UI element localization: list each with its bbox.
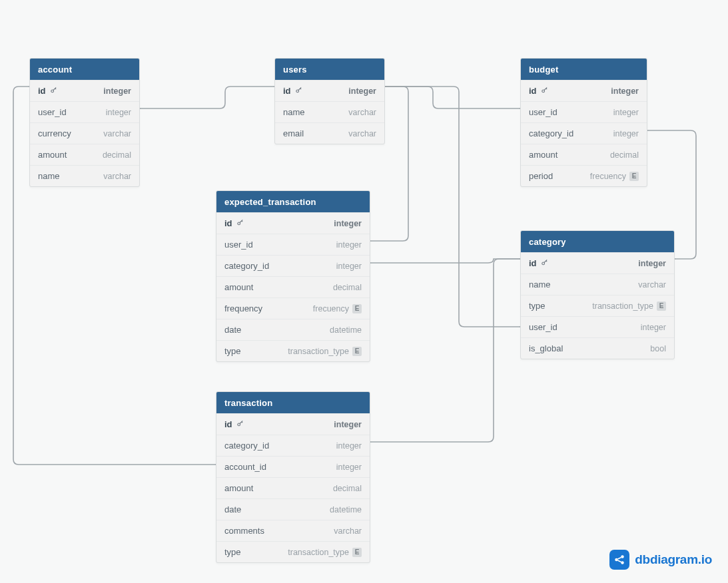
column-row[interactable]: account_idinteger [216,456,370,477]
logo: dbdiagram.io [609,550,712,570]
table-category[interactable]: categoryidintegernamevarchartypetransact… [520,230,675,359]
table-users[interactable]: usersidintegernamevarcharemailvarchar [274,58,385,144]
enum-badge: E [352,304,362,313]
column-row[interactable]: category_idinteger [521,122,647,144]
column-name: category_id [224,441,269,451]
column-type: varchar [103,172,131,181]
column-name: amount [38,150,67,160]
column-type: transaction_typeE [288,347,362,356]
table-transaction[interactable]: transactionidintegercategory_idintegerac… [216,391,370,563]
column-row[interactable]: namevarchar [30,165,139,186]
enum-badge: E [657,301,666,311]
column-row[interactable]: typetransaction_typeE [216,541,370,562]
column-row[interactable]: category_idinteger [216,435,370,456]
column-type: varchar [638,280,666,290]
column-row[interactable]: currencyvarchar [30,122,139,144]
table-header[interactable]: users [275,59,384,80]
table-header[interactable]: account [30,59,139,80]
column-type: integer [334,420,362,429]
column-name: type [529,301,546,311]
column-row[interactable]: namevarchar [521,274,674,295]
svg-point-4 [542,262,544,265]
enum-badge: E [629,172,639,181]
column-row[interactable]: idinteger [521,80,647,101]
table-budget[interactable]: budgetidintegeruser_idintegercategory_id… [520,58,647,187]
column-row[interactable]: idinteger [216,413,370,435]
column-row[interactable]: datedatetime [216,319,370,340]
column-type: varchar [103,129,131,138]
svg-point-3 [237,222,240,225]
column-row[interactable]: user_idinteger [216,234,370,255]
svg-point-1 [296,90,298,93]
column-row[interactable]: frequencyfrecuencyE [216,297,370,319]
column-row[interactable]: user_idinteger [30,101,139,122]
column-name: id [283,86,302,96]
svg-point-6 [615,558,619,562]
share-icon [609,550,629,570]
svg-point-0 [51,90,53,93]
column-name: user_id [529,107,557,117]
key-icon [295,86,302,96]
column-name: date [224,504,241,514]
column-row[interactable]: amountdecimal [521,144,647,165]
column-type: integer [613,108,639,117]
enum-badge: E [352,548,362,557]
column-type: integer [336,262,362,271]
column-row[interactable]: namevarchar [275,101,384,122]
column-row[interactable]: emailvarchar [275,122,384,144]
column-row[interactable]: user_idinteger [521,316,674,337]
column-row[interactable]: is_globalbool [521,337,674,359]
table-expected_transaction[interactable]: expected_transactionidintegeruser_idinte… [216,190,370,362]
column-name: id [38,86,57,96]
column-name: comments [224,526,264,536]
column-name: category_id [224,261,269,271]
table-header[interactable]: expected_transaction [216,191,370,212]
column-name: amount [224,282,253,292]
column-type: frecuencyE [590,172,639,181]
column-row[interactable]: idinteger [30,80,139,101]
column-type: integer [613,129,639,138]
column-name: is_global [529,343,563,353]
column-name: currency [38,128,71,138]
logo-text: dbdiagram.io [635,552,712,567]
column-type: datetime [330,325,362,335]
column-name: email [283,128,304,138]
column-type: integer [336,463,362,472]
column-row[interactable]: typetransaction_typeE [216,340,370,361]
column-name: amount [529,150,557,160]
column-row[interactable]: periodfrecuencyE [521,165,647,186]
column-type: decimal [333,484,362,493]
column-type: integer [103,87,131,96]
column-row[interactable]: category_idinteger [216,255,370,276]
column-name: type [224,346,241,356]
column-row[interactable]: typetransaction_typeE [521,295,674,316]
column-row[interactable]: user_idinteger [521,101,647,122]
column-type: integer [336,441,362,451]
key-icon [236,218,244,228]
column-row[interactable]: amountdecimal [216,276,370,297]
key-icon [541,258,548,268]
column-row[interactable]: commentsvarchar [216,520,370,541]
column-name: type [224,547,241,557]
column-name: name [38,171,60,181]
table-header[interactable]: category [521,231,674,252]
column-name: id [224,218,244,228]
column-type: integer [638,259,666,268]
table-header[interactable]: budget [521,59,647,80]
column-row[interactable]: idinteger [275,80,384,101]
column-type: decimal [103,150,131,160]
column-row[interactable]: datedatetime [216,498,370,520]
svg-point-2 [542,90,544,93]
svg-point-7 [621,555,625,558]
column-name: category_id [529,128,573,138]
column-name: user_id [529,322,557,332]
column-row[interactable]: idinteger [216,212,370,234]
column-row[interactable]: amountdecimal [30,144,139,165]
table-header[interactable]: transaction [216,392,370,413]
key-icon [541,86,548,96]
column-row[interactable]: amountdecimal [216,477,370,498]
column-name: date [224,325,241,335]
column-row[interactable]: idinteger [521,252,674,274]
column-type: integer [348,87,376,96]
table-account[interactable]: accountidintegeruser_idintegercurrencyva… [29,58,140,187]
